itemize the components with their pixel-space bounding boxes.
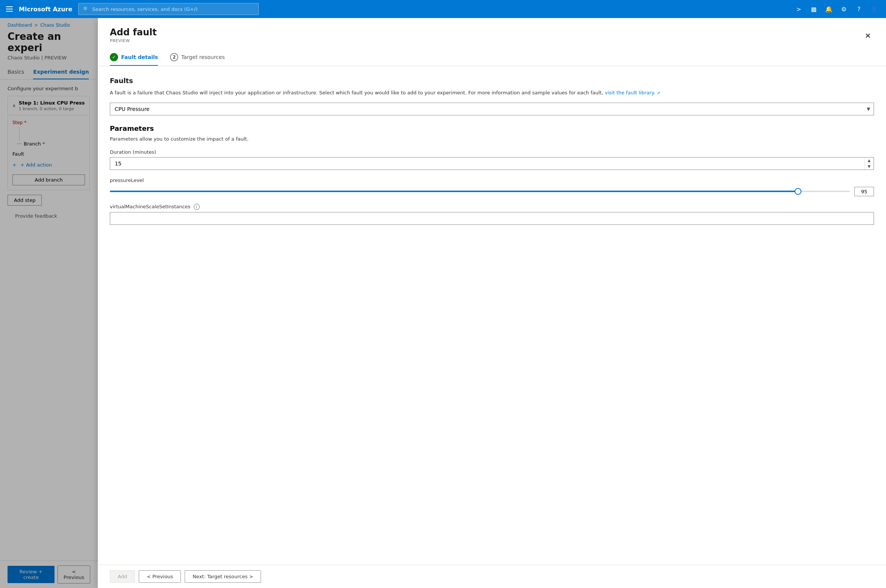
tab-fault-details[interactable]: ✓ Fault details — [110, 49, 158, 66]
fault-select-wrapper: CPU Pressure Memory Pressure Network Lat… — [110, 103, 874, 115]
next-target-resources-button[interactable]: Next: Target resources > — [185, 570, 261, 583]
terminal-icon[interactable]: > — [793, 3, 805, 15]
fault-details-tab-label: Fault details — [121, 54, 158, 60]
search-input[interactable] — [92, 6, 254, 12]
main-layout: Dashboard > Chaos Studio Create an exper… — [0, 18, 886, 588]
pressure-level-label: pressureLevel — [110, 177, 874, 183]
panel-tabs: ✓ Fault details 2 Target resources — [110, 49, 874, 66]
parameters-section-title: Parameters — [110, 124, 874, 132]
help-icon[interactable]: ? — [853, 3, 865, 15]
duration-label: Duration (minutes) — [110, 149, 874, 155]
add-fault-panel: Add fault PREVIEW × ✓ Fault details 2 Ta… — [98, 18, 886, 588]
feedback-icon[interactable]: ▩ — [808, 3, 820, 15]
vmss-input[interactable] — [110, 212, 874, 225]
duration-input[interactable] — [110, 158, 864, 170]
top-navigation: Microsoft Azure 🔍 > ▩ 🔔 ⚙ ? 👤 — [0, 0, 886, 18]
search-bar[interactable]: 🔍 — [78, 3, 259, 15]
panel-body: Faults A fault is a failure that Chaos S… — [98, 66, 886, 565]
tab-target-resources[interactable]: 2 Target resources — [170, 49, 225, 66]
panel-title-row: Add fault PREVIEW × — [110, 27, 874, 43]
vmss-info-icon[interactable]: i — [194, 204, 200, 210]
nav-icons: > ▩ 🔔 ⚙ ? 👤 — [793, 3, 880, 15]
spinner-up-button[interactable]: ▲ — [865, 158, 874, 164]
pressure-value-box: 95 — [854, 187, 874, 196]
target-resources-tab-label: Target resources — [181, 54, 225, 60]
panel-previous-button[interactable]: < Previous — [139, 570, 181, 583]
panel-header: Add fault PREVIEW × ✓ Fault details 2 Ta… — [98, 18, 886, 66]
fault-dropdown[interactable]: CPU Pressure Memory Pressure Network Lat… — [110, 103, 874, 115]
panel-title-text: Add fault — [110, 27, 157, 38]
fault-library-link[interactable]: visit the fault library. ➚ — [605, 90, 660, 95]
user-icon[interactable]: 👤 — [868, 3, 880, 15]
target-resources-tab-circle: 2 — [170, 53, 178, 61]
add-button: Add — [110, 570, 135, 583]
external-link-icon: ➚ — [657, 91, 660, 95]
faults-description: A fault is a failure that Chaos Studio w… — [110, 89, 874, 97]
vmss-label: virtualMachineScaleSetInstances i — [110, 204, 874, 210]
duration-spinner: ▲ ▼ — [110, 157, 874, 170]
brand-name: Microsoft Azure — [19, 6, 72, 13]
faults-section-title: Faults — [110, 77, 874, 85]
panel-footer: Add < Previous Next: Target resources > — [98, 565, 886, 588]
parameters-description: Parameters allow you to customize the im… — [110, 136, 874, 142]
settings-icon[interactable]: ⚙ — [838, 3, 850, 15]
bell-icon[interactable]: 🔔 — [823, 3, 835, 15]
slider-thumb[interactable] — [795, 188, 801, 195]
hamburger-menu[interactable] — [6, 6, 13, 12]
pressure-slider-track[interactable] — [110, 188, 850, 195]
spinner-buttons: ▲ ▼ — [864, 158, 874, 170]
fault-details-tab-circle: ✓ — [110, 53, 118, 61]
spinner-down-button[interactable]: ▼ — [865, 164, 874, 170]
preview-badge: PREVIEW — [110, 38, 157, 43]
close-button[interactable]: × — [862, 29, 874, 41]
slider-fill — [110, 191, 798, 192]
search-icon: 🔍 — [83, 6, 89, 12]
pressure-slider-row: 95 — [110, 187, 874, 196]
